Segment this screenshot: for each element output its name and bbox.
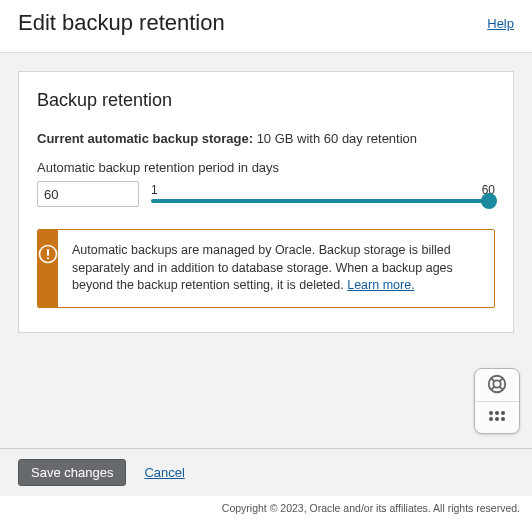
svg-point-11	[501, 411, 505, 415]
svg-point-13	[495, 417, 499, 421]
save-button[interactable]: Save changes	[18, 459, 126, 486]
current-storage-value: 10 GB with 60 day retention	[257, 131, 417, 146]
retention-days-input[interactable]	[37, 181, 139, 207]
cancel-link[interactable]: Cancel	[144, 465, 184, 480]
retention-control-row: 1 60	[37, 181, 495, 207]
svg-line-5	[491, 378, 494, 381]
copyright-text: Copyright © 2023, Oracle and/or its affi…	[0, 496, 532, 514]
svg-rect-1	[47, 249, 49, 256]
svg-point-10	[495, 411, 499, 415]
current-storage-text: Current automatic backup storage: 10 GB …	[37, 131, 495, 146]
svg-point-4	[493, 380, 500, 387]
svg-rect-2	[47, 257, 49, 259]
retention-field-label: Automatic backup retention period in day…	[37, 160, 495, 175]
slider-thumb[interactable]	[481, 193, 497, 209]
svg-point-12	[489, 417, 493, 421]
lifebuoy-icon	[486, 373, 508, 398]
svg-line-6	[500, 378, 503, 381]
svg-line-7	[491, 386, 494, 389]
support-widget	[474, 368, 520, 434]
svg-point-14	[501, 417, 505, 421]
support-help-button[interactable]	[475, 369, 519, 401]
retention-slider[interactable]: 1 60	[151, 185, 495, 203]
info-text: Automatic backups are managed by Oracle.…	[58, 230, 494, 307]
learn-more-link[interactable]: Learn more.	[347, 278, 414, 292]
current-storage-label: Current automatic backup storage:	[37, 131, 253, 146]
dialog-footer: Save changes Cancel	[0, 448, 532, 496]
dialog-header: Edit backup retention Help	[0, 0, 532, 53]
support-apps-button[interactable]	[475, 401, 519, 433]
backup-retention-panel: Backup retention Current automatic backu…	[18, 71, 514, 333]
svg-point-9	[489, 411, 493, 415]
info-icon-column	[38, 230, 58, 307]
slider-min-label: 1	[151, 183, 158, 197]
svg-line-8	[500, 386, 503, 389]
slider-track[interactable]	[151, 199, 495, 203]
warning-icon	[38, 244, 58, 264]
content-area: Backup retention Current automatic backu…	[0, 53, 532, 448]
page-title: Edit backup retention	[18, 10, 225, 36]
help-link[interactable]: Help	[487, 16, 514, 31]
panel-heading: Backup retention	[37, 90, 495, 111]
grid-icon	[488, 410, 506, 425]
info-callout: Automatic backups are managed by Oracle.…	[37, 229, 495, 308]
